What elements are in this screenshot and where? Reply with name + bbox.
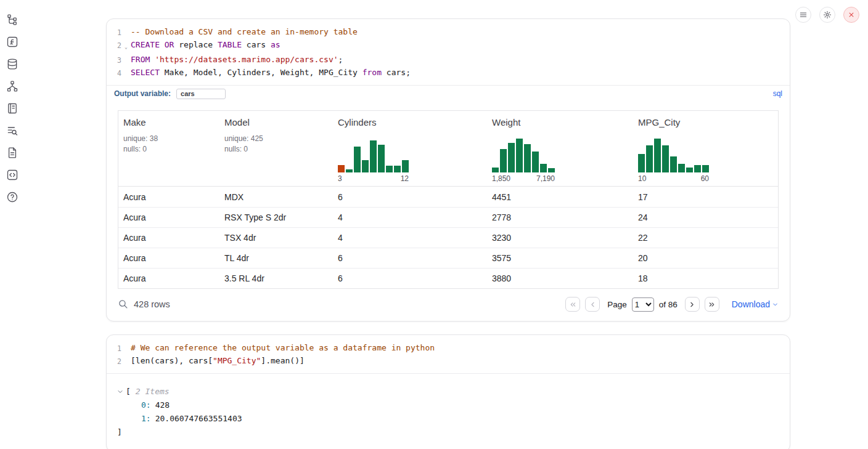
table-cell: 3230 <box>487 233 633 243</box>
items-count-label: 2 Items <box>136 385 170 398</box>
histogram-bar[interactable] <box>532 152 539 172</box>
collapse-chevron-icon[interactable] <box>117 388 124 395</box>
page-total-label: of 86 <box>659 300 678 309</box>
histogram-bar[interactable] <box>338 165 345 172</box>
table-row[interactable]: AcuraRSX Type S 2dr4277824 <box>118 207 778 227</box>
table-cell: 17 <box>633 192 778 202</box>
histogram-max-label: 12 <box>401 174 409 183</box>
histogram-bar[interactable] <box>540 164 547 172</box>
histogram-bar[interactable] <box>702 165 709 172</box>
column-header[interactable]: Makeunique: 38nulls: 0 <box>118 111 219 186</box>
histogram-bar[interactable] <box>362 160 369 172</box>
histogram-bar[interactable] <box>346 169 353 172</box>
code-line[interactable]: 3FROM 'https://datasets.marimo.app/cars.… <box>107 54 790 67</box>
datasources-icon[interactable] <box>6 58 18 70</box>
dependency-graph-icon[interactable] <box>6 80 18 92</box>
sql-code-editor[interactable]: 1-- Download a CSV and create an in-memo… <box>107 19 790 85</box>
line-number: 1 <box>107 342 121 355</box>
column-histogram[interactable]: 312 <box>338 138 409 183</box>
code-line[interactable]: 1-- Download a CSV and create an in-memo… <box>107 26 790 39</box>
code-line[interactable]: 1# We can reference the output variable … <box>107 342 790 355</box>
histogram-bar[interactable] <box>508 143 515 172</box>
settings-button[interactable] <box>819 7 835 23</box>
search-icon[interactable] <box>118 299 129 310</box>
previous-page-button[interactable] <box>585 297 600 312</box>
fold-gutter <box>121 26 131 39</box>
histogram-bar[interactable] <box>548 168 555 172</box>
table-cell: 6 <box>333 192 487 202</box>
histogram-bar[interactable] <box>516 139 523 172</box>
code-line[interactable]: 2⌄CREATE OR replace TABLE cars as <box>107 39 790 54</box>
histogram-bar[interactable] <box>378 145 385 172</box>
file-tree-icon[interactable] <box>6 14 18 26</box>
next-page-button[interactable] <box>685 297 700 312</box>
table-cell: 4 <box>333 233 487 243</box>
row-count: 428 rows <box>134 299 170 309</box>
histogram-bar[interactable] <box>402 160 409 172</box>
histogram-bar[interactable] <box>638 154 645 172</box>
first-page-button[interactable] <box>565 297 580 312</box>
shutdown-button[interactable] <box>843 7 859 23</box>
entry-index: 1: <box>141 412 151 426</box>
column-histogram[interactable]: 1060 <box>638 138 709 183</box>
table-cell: RSX Type S 2dr <box>219 212 333 222</box>
download-button[interactable]: Download <box>732 299 779 309</box>
help-icon[interactable] <box>6 191 18 203</box>
table-cell: 3880 <box>487 273 633 283</box>
close-bracket: ] <box>117 426 122 439</box>
code-line[interactable]: 4SELECT Make, Model, Cylinders, Weight, … <box>107 67 790 79</box>
fold-chevron-icon[interactable]: ⌄ <box>121 39 131 54</box>
output-variable-row: Output variable: sql <box>107 85 790 102</box>
line-number: 3 <box>107 54 121 67</box>
column-header[interactable]: Weight1,8507,190 <box>487 111 633 186</box>
table-row[interactable]: AcuraMDX6445117 <box>118 187 778 207</box>
histogram-bar[interactable] <box>354 147 361 172</box>
histogram-bar[interactable] <box>654 139 661 172</box>
table-header-row: Makeunique: 38nulls: 0Modelunique: 425nu… <box>118 111 778 187</box>
table-cell: 4 <box>333 212 487 222</box>
histogram-bar[interactable] <box>500 149 507 172</box>
column-header[interactable]: Modelunique: 425nulls: 0 <box>219 111 333 186</box>
histogram-bar[interactable] <box>394 166 401 172</box>
histogram-max-label: 60 <box>701 174 709 183</box>
language-badge: sql <box>773 89 782 98</box>
scratchpad-icon[interactable] <box>6 36 18 48</box>
histogram-bar[interactable] <box>386 166 393 172</box>
histogram-bar[interactable] <box>686 168 693 172</box>
line-number: 2 <box>107 39 121 54</box>
notebook-icon[interactable] <box>6 102 18 115</box>
table-row[interactable]: AcuraTSX 4dr4323022 <box>118 227 778 248</box>
code-text: SELECT Make, Model, Cylinders, Weight, M… <box>131 67 411 79</box>
histogram-bar[interactable] <box>524 144 531 172</box>
fold-gutter <box>121 355 131 368</box>
histogram-bar[interactable] <box>670 156 677 172</box>
page-select[interactable]: 1 <box>632 297 654 312</box>
column-stats: unique: 38nulls: 0 <box>123 134 215 155</box>
histogram-bar[interactable] <box>662 145 669 172</box>
snippets-icon[interactable] <box>6 147 18 159</box>
column-stats: unique: 425nulls: 0 <box>224 134 328 155</box>
entry-index: 0: <box>141 398 151 412</box>
histogram-bar[interactable] <box>492 168 499 172</box>
histogram-bar[interactable] <box>646 145 653 172</box>
histogram-bar[interactable] <box>678 164 685 172</box>
last-page-button[interactable] <box>705 297 719 312</box>
histogram-max-label: 7,190 <box>536 174 555 183</box>
table-row[interactable]: AcuraTL 4dr6357520 <box>118 248 778 268</box>
table-cell: Acura <box>118 273 219 283</box>
column-header[interactable]: MPG_City1060 <box>633 111 778 186</box>
menu-button[interactable] <box>795 7 811 23</box>
table-cell: 6 <box>333 253 487 263</box>
notebook-cells: 1-- Download a CSV and create an in-memo… <box>106 18 790 449</box>
histogram-bar[interactable] <box>694 165 701 172</box>
logs-icon[interactable] <box>6 124 18 137</box>
documentation-icon[interactable] <box>6 169 18 181</box>
code-line[interactable]: 2[len(cars), cars["MPG_City"].mean()] <box>107 355 790 368</box>
close-icon <box>847 10 856 19</box>
column-histogram[interactable]: 1,8507,190 <box>492 138 555 183</box>
table-row[interactable]: Acura3.5 RL 4dr6388018 <box>118 268 778 288</box>
histogram-bar[interactable] <box>370 140 377 172</box>
output-variable-input[interactable] <box>176 89 226 99</box>
python-code-editor[interactable]: 1# We can reference the output variable … <box>107 335 790 373</box>
column-header[interactable]: Cylinders312 <box>333 111 487 186</box>
